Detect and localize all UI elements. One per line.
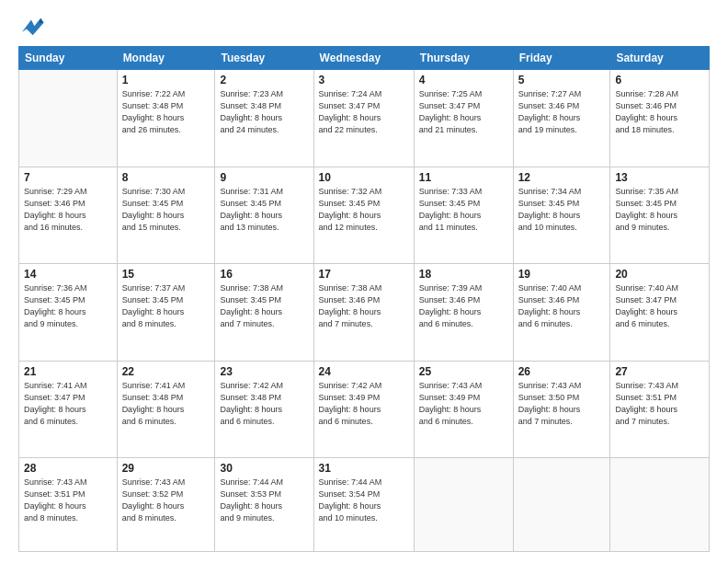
calendar-cell: 28Sunrise: 7:43 AM Sunset: 3:51 PM Dayli…	[19, 458, 118, 552]
day-number: 13	[615, 171, 704, 184]
calendar-cell: 10Sunrise: 7:32 AM Sunset: 3:45 PM Dayli…	[313, 167, 414, 264]
week-row-4: 28Sunrise: 7:43 AM Sunset: 3:51 PM Dayli…	[19, 458, 710, 552]
day-number: 19	[518, 268, 606, 281]
calendar-cell: 23Sunrise: 7:42 AM Sunset: 3:48 PM Dayli…	[215, 361, 313, 458]
calendar-cell: 2Sunrise: 7:23 AM Sunset: 3:48 PM Daylig…	[215, 70, 313, 167]
calendar-cell: 5Sunrise: 7:27 AM Sunset: 3:46 PM Daylig…	[513, 70, 610, 167]
day-number: 24	[319, 365, 409, 378]
day-info: Sunrise: 7:31 AM Sunset: 3:45 PM Dayligh…	[220, 186, 308, 234]
calendar-cell: 24Sunrise: 7:42 AM Sunset: 3:49 PM Dayli…	[313, 361, 414, 458]
calendar-table: SundayMondayTuesdayWednesdayThursdayFrid…	[18, 46, 710, 552]
calendar-cell: 21Sunrise: 7:41 AM Sunset: 3:47 PM Dayli…	[19, 361, 118, 458]
day-info: Sunrise: 7:44 AM Sunset: 3:53 PM Dayligh…	[220, 477, 308, 524]
day-number: 28	[24, 462, 112, 475]
day-info: Sunrise: 7:33 AM Sunset: 3:45 PM Dayligh…	[419, 186, 508, 234]
calendar-cell: 29Sunrise: 7:43 AM Sunset: 3:52 PM Dayli…	[117, 458, 215, 552]
calendar-cell: 16Sunrise: 7:38 AM Sunset: 3:45 PM Dayli…	[215, 264, 313, 362]
day-info: Sunrise: 7:40 AM Sunset: 3:46 PM Dayligh…	[518, 282, 606, 330]
day-info: Sunrise: 7:38 AM Sunset: 3:45 PM Dayligh…	[220, 282, 308, 330]
day-number: 3	[319, 74, 409, 86]
day-number: 6	[615, 74, 704, 86]
day-info: Sunrise: 7:29 AM Sunset: 3:46 PM Dayligh…	[24, 186, 112, 234]
calendar-cell: 3Sunrise: 7:24 AM Sunset: 3:47 PM Daylig…	[313, 70, 414, 167]
header-cell-saturday: Saturday	[610, 47, 710, 70]
day-info: Sunrise: 7:25 AM Sunset: 3:47 PM Dayligh…	[419, 88, 508, 136]
day-number: 30	[220, 462, 308, 475]
calendar-cell: 1Sunrise: 7:22 AM Sunset: 3:48 PM Daylig…	[117, 70, 215, 167]
calendar-cell: 12Sunrise: 7:34 AM Sunset: 3:45 PM Dayli…	[513, 167, 610, 264]
day-number: 27	[615, 365, 704, 378]
calendar-cell: 30Sunrise: 7:44 AM Sunset: 3:53 PM Dayli…	[215, 458, 313, 552]
day-info: Sunrise: 7:30 AM Sunset: 3:45 PM Dayligh…	[122, 186, 210, 234]
header	[18, 17, 710, 37]
day-info: Sunrise: 7:44 AM Sunset: 3:54 PM Dayligh…	[319, 477, 409, 524]
day-number: 7	[24, 171, 112, 184]
page: SundayMondayTuesdayWednesdayThursdayFrid…	[0, 0, 728, 563]
header-cell-sunday: Sunday	[19, 47, 118, 70]
day-info: Sunrise: 7:42 AM Sunset: 3:48 PM Dayligh…	[220, 380, 308, 428]
calendar-cell: 9Sunrise: 7:31 AM Sunset: 3:45 PM Daylig…	[215, 167, 313, 264]
calendar-cell: 6Sunrise: 7:28 AM Sunset: 3:46 PM Daylig…	[610, 70, 710, 167]
week-row-2: 14Sunrise: 7:36 AM Sunset: 3:45 PM Dayli…	[19, 264, 710, 362]
day-info: Sunrise: 7:43 AM Sunset: 3:50 PM Dayligh…	[518, 380, 606, 428]
calendar-cell: 14Sunrise: 7:36 AM Sunset: 3:45 PM Dayli…	[19, 264, 118, 362]
header-cell-monday: Monday	[117, 47, 215, 70]
day-number: 18	[419, 268, 508, 281]
day-number: 4	[419, 74, 508, 86]
day-number: 14	[24, 268, 112, 281]
day-info: Sunrise: 7:43 AM Sunset: 3:49 PM Dayligh…	[419, 380, 508, 428]
day-info: Sunrise: 7:38 AM Sunset: 3:46 PM Dayligh…	[319, 282, 409, 330]
calendar-cell: 31Sunrise: 7:44 AM Sunset: 3:54 PM Dayli…	[313, 458, 414, 552]
day-number: 20	[615, 268, 704, 281]
day-number: 15	[122, 268, 210, 281]
calendar-header: SundayMondayTuesdayWednesdayThursdayFrid…	[19, 47, 710, 70]
calendar-cell: 8Sunrise: 7:30 AM Sunset: 3:45 PM Daylig…	[117, 167, 215, 264]
calendar-cell: 7Sunrise: 7:29 AM Sunset: 3:46 PM Daylig…	[19, 167, 118, 264]
day-info: Sunrise: 7:42 AM Sunset: 3:49 PM Dayligh…	[319, 380, 409, 428]
day-number: 8	[122, 171, 210, 184]
calendar-cell: 18Sunrise: 7:39 AM Sunset: 3:46 PM Dayli…	[414, 264, 513, 362]
logo	[18, 17, 48, 37]
day-info: Sunrise: 7:40 AM Sunset: 3:47 PM Dayligh…	[615, 282, 704, 330]
calendar-cell: 11Sunrise: 7:33 AM Sunset: 3:45 PM Dayli…	[414, 167, 513, 264]
logo-icon	[18, 17, 44, 37]
calendar-cell: 27Sunrise: 7:43 AM Sunset: 3:51 PM Dayli…	[610, 361, 710, 458]
day-number: 1	[122, 74, 210, 86]
day-number: 16	[220, 268, 308, 281]
calendar-cell	[414, 458, 513, 552]
calendar-cell: 15Sunrise: 7:37 AM Sunset: 3:45 PM Dayli…	[117, 264, 215, 362]
calendar-cell	[513, 458, 610, 552]
day-info: Sunrise: 7:23 AM Sunset: 3:48 PM Dayligh…	[220, 88, 308, 136]
day-number: 11	[419, 171, 508, 184]
day-info: Sunrise: 7:41 AM Sunset: 3:48 PM Dayligh…	[122, 380, 210, 428]
calendar-cell: 26Sunrise: 7:43 AM Sunset: 3:50 PM Dayli…	[513, 361, 610, 458]
header-cell-wednesday: Wednesday	[313, 47, 414, 70]
day-info: Sunrise: 7:37 AM Sunset: 3:45 PM Dayligh…	[122, 282, 210, 330]
calendar-cell: 19Sunrise: 7:40 AM Sunset: 3:46 PM Dayli…	[513, 264, 610, 362]
calendar-cell: 13Sunrise: 7:35 AM Sunset: 3:45 PM Dayli…	[610, 167, 710, 264]
week-row-0: 1Sunrise: 7:22 AM Sunset: 3:48 PM Daylig…	[19, 70, 710, 167]
day-number: 2	[220, 74, 308, 86]
week-row-1: 7Sunrise: 7:29 AM Sunset: 3:46 PM Daylig…	[19, 167, 710, 264]
calendar-cell	[610, 458, 710, 552]
day-info: Sunrise: 7:28 AM Sunset: 3:46 PM Dayligh…	[615, 88, 704, 136]
calendar-body: 1Sunrise: 7:22 AM Sunset: 3:48 PM Daylig…	[19, 70, 710, 552]
day-number: 5	[518, 74, 606, 86]
day-number: 31	[319, 462, 409, 475]
header-cell-tuesday: Tuesday	[215, 47, 313, 70]
calendar-cell: 25Sunrise: 7:43 AM Sunset: 3:49 PM Dayli…	[414, 361, 513, 458]
day-info: Sunrise: 7:32 AM Sunset: 3:45 PM Dayligh…	[319, 186, 409, 234]
calendar-cell: 17Sunrise: 7:38 AM Sunset: 3:46 PM Dayli…	[313, 264, 414, 362]
day-number: 21	[24, 365, 112, 378]
day-number: 17	[319, 268, 409, 281]
day-info: Sunrise: 7:24 AM Sunset: 3:47 PM Dayligh…	[319, 88, 409, 136]
day-number: 10	[319, 171, 409, 184]
day-info: Sunrise: 7:34 AM Sunset: 3:45 PM Dayligh…	[518, 186, 606, 234]
day-number: 9	[220, 171, 308, 184]
day-info: Sunrise: 7:36 AM Sunset: 3:45 PM Dayligh…	[24, 282, 112, 330]
calendar-cell: 22Sunrise: 7:41 AM Sunset: 3:48 PM Dayli…	[117, 361, 215, 458]
calendar-cell: 20Sunrise: 7:40 AM Sunset: 3:47 PM Dayli…	[610, 264, 710, 362]
day-number: 29	[122, 462, 210, 475]
day-info: Sunrise: 7:43 AM Sunset: 3:51 PM Dayligh…	[615, 380, 704, 428]
header-cell-thursday: Thursday	[414, 47, 513, 70]
